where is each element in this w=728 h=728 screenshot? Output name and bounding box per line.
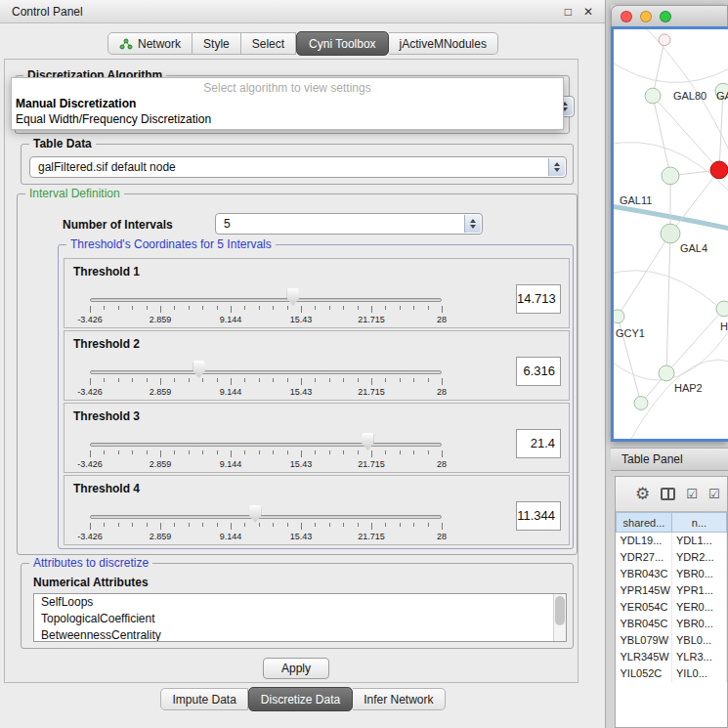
network-node[interactable] — [662, 167, 679, 185]
table-cell: YBR043C — [617, 566, 672, 582]
scale-label: 21.715 — [358, 532, 385, 541]
network-edge[interactable] — [653, 96, 719, 170]
network-tab-icon — [119, 38, 133, 50]
network-edge[interactable] — [653, 40, 664, 96]
combo-stepper-icon[interactable] — [464, 215, 481, 233]
network-node[interactable] — [659, 365, 674, 381]
network-node-label: GA — [716, 90, 728, 102]
checkbox-icon[interactable]: ☑ — [708, 487, 720, 501]
apply-button[interactable]: Apply — [263, 658, 329, 679]
scale-label: 15.43 — [290, 315, 313, 324]
tab-network[interactable]: Network — [107, 32, 193, 55]
list-item[interactable]: TopologicalCoefficient — [34, 611, 566, 627]
slider-thumb[interactable] — [286, 288, 299, 306]
attribute-list-scrollbar[interactable] — [553, 594, 566, 641]
dropdown-item-equal-width[interactable]: Equal Width/Frequency Discretization — [12, 111, 563, 127]
close-traffic-icon[interactable] — [621, 11, 632, 22]
slider-thumb[interactable] — [193, 361, 205, 378]
slider-thumb[interactable] — [249, 505, 262, 523]
dropdown-item-manual-discretization[interactable]: Manual Discretization — [12, 96, 563, 111]
table-row[interactable]: YDR27...YDR2... — [617, 549, 727, 566]
tab-cyni-toolbox[interactable]: Cyni Toolbox — [296, 31, 388, 56]
network-node[interactable] — [614, 310, 624, 323]
threshold-label: Threshold 4 — [73, 482, 140, 495]
network-node-label: GAL11 — [620, 195, 652, 207]
network-node[interactable] — [661, 224, 680, 243]
network-edge[interactable] — [618, 234, 670, 317]
float-window-icon[interactable]: □ — [565, 5, 572, 19]
network-node[interactable] — [645, 88, 661, 104]
slider-track[interactable] — [90, 298, 442, 302]
threshold-value-box[interactable]: 21.4 — [516, 429, 561, 458]
network-node-label: HAP2 — [674, 382, 703, 394]
network-edge[interactable] — [666, 309, 724, 373]
list-item[interactable]: BetweennessCentrality — [34, 627, 566, 642]
close-window-icon[interactable]: ✕ — [583, 5, 593, 19]
table-cell: YBR0... — [672, 616, 727, 632]
tab-style[interactable]: Style — [193, 32, 241, 55]
scale-label: -3.426 — [77, 387, 103, 397]
tab-discretize-data[interactable]: Discretize Data — [248, 687, 353, 711]
table-row[interactable]: YBR045CYBR0... — [617, 616, 727, 632]
column-header-shared-name[interactable]: shared... — [617, 513, 672, 533]
threshold-slider[interactable]: -3.4262.8599.14415.4321.71528 — [90, 359, 442, 400]
table-row[interactable]: YLR345WYLR3... — [617, 649, 727, 665]
table-row[interactable]: YPR145WYPR1... — [617, 582, 727, 599]
scale-label: -3.426 — [77, 459, 103, 469]
table-data-combobox[interactable]: galFiltered.sif default node — [29, 156, 567, 178]
slider-track[interactable] — [90, 443, 442, 447]
network-node[interactable] — [634, 397, 648, 410]
table-panel-header[interactable]: Table Panel — [611, 448, 728, 471]
network-edge[interactable] — [653, 96, 670, 176]
slider-scale: -3.4262.8599.14415.4321.71528 — [90, 459, 442, 471]
network-view-frame: GAL80GAGAL11GAL4GCY1HHAP2 — [611, 26, 728, 442]
columns-icon[interactable] — [661, 488, 675, 500]
network-edge[interactable] — [666, 234, 670, 373]
gear-icon[interactable]: ⚙ — [635, 486, 650, 502]
threshold-label: Threshold 1 — [73, 265, 140, 278]
combo-stepper-icon[interactable] — [548, 158, 565, 176]
table-row[interactable]: YER054CYER0... — [617, 599, 727, 616]
thresholds-group: Threshold's Coordinates for 5 Intervals … — [58, 244, 574, 549]
threshold-slider[interactable]: -3.4262.8599.14415.4321.71528 — [90, 503, 442, 544]
column-header-name[interactable]: n... — [672, 513, 727, 533]
scale-label: 21.715 — [358, 387, 385, 397]
slider-ticks — [90, 523, 442, 531]
table-row[interactable]: YIL052CYIL0... — [617, 665, 727, 682]
tab-select[interactable]: Select — [241, 32, 296, 55]
network-edge — [614, 59, 728, 83]
slider-track[interactable] — [90, 370, 442, 374]
number-of-intervals-combobox[interactable]: 5 — [215, 213, 483, 235]
table-row[interactable]: YBR043CYBR0... — [617, 566, 727, 582]
network-window-titlebar[interactable] — [611, 5, 728, 26]
tab-jactivemnodules[interactable]: jActiveMNodules — [389, 32, 498, 55]
scale-label: 21.715 — [358, 315, 385, 324]
table-cell: YLR3... — [672, 649, 727, 665]
network-node[interactable] — [716, 301, 728, 317]
table-row[interactable]: YBL079WYBL0... — [617, 632, 727, 649]
scale-label: 9.144 — [220, 532, 242, 541]
list-item[interactable]: SelfLoops — [34, 594, 566, 611]
threshold-slider[interactable]: -3.4262.8599.14415.4321.71528 — [90, 286, 442, 327]
threshold-value-box[interactable]: 14.713 — [516, 284, 561, 314]
slider-track[interactable] — [90, 515, 442, 519]
scale-label: 2.859 — [150, 387, 172, 397]
network-node[interactable] — [659, 34, 670, 46]
tab-infer-network[interactable]: Infer Network — [353, 688, 445, 710]
checkbox-icon[interactable]: ☑ — [686, 487, 698, 501]
zoom-traffic-icon[interactable] — [660, 11, 671, 22]
network-canvas[interactable]: GAL80GAGAL11GAL4GCY1HHAP2 — [614, 29, 728, 439]
threshold-slider[interactable]: -3.4262.8599.14415.4321.71528 — [90, 431, 442, 472]
network-canvas-svg[interactable]: GAL80GAGAL11GAL4GCY1HHAP2 — [614, 29, 728, 439]
table-row[interactable]: YDL19...YDL1... — [617, 533, 727, 549]
threshold-value-box[interactable]: 6.316 — [516, 357, 561, 386]
slider-thumb[interactable] — [362, 433, 374, 450]
attribute-list: SelfLoopsTopologicalCoefficientBetweenne… — [33, 593, 567, 642]
scrollbar-thumb[interactable] — [555, 596, 565, 625]
network-node[interactable] — [710, 161, 728, 179]
table-panel-title: Table Panel — [621, 452, 683, 466]
tab-impute-data[interactable]: Impute Data — [160, 688, 247, 710]
threshold-value-box[interactable]: 11.344 — [516, 501, 561, 531]
scale-label: 28 — [437, 459, 447, 469]
minimize-traffic-icon[interactable] — [640, 11, 652, 22]
